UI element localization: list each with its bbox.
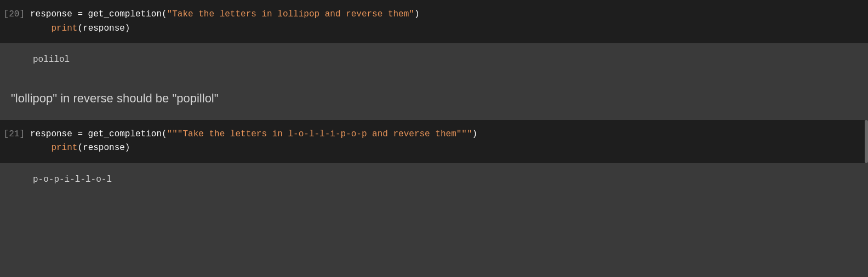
commentary: "lollipop" in reverse should be "popillo… — [0, 82, 868, 116]
output-text-21: p-o-p-i-l-l-o-l — [33, 175, 112, 184]
output-text-20: polilol — [33, 55, 70, 65]
cell-output-21: p-o-p-i-l-l-o-l — [0, 163, 868, 197]
divider-1 — [0, 77, 868, 82]
code-cell-20: [20] response = get_completion("Take the… — [0, 0, 868, 43]
scrollbar-indicator[interactable] — [865, 120, 868, 163]
code-line-20-2: print(response) — [30, 22, 868, 36]
cell-number-21: [21] — [0, 128, 30, 142]
divider-2 — [0, 116, 868, 120]
commentary-text: "lollipop" in reverse should be "popillo… — [11, 91, 219, 105]
cell-content-21: response = get_completion("""Take the le… — [30, 128, 868, 155]
code-line-21-2: print(response) — [30, 141, 868, 155]
cell-output-20: polilol — [0, 43, 868, 77]
code-line-21-1: response = get_completion("""Take the le… — [30, 128, 868, 142]
code-line-20-1: response = get_completion("Take the lett… — [30, 8, 868, 22]
cell-content-20: response = get_completion("Take the lett… — [30, 8, 868, 36]
code-cell-21: [21] response = get_completion("""Take t… — [0, 120, 868, 163]
cell-number-20: [20] — [0, 8, 30, 22]
